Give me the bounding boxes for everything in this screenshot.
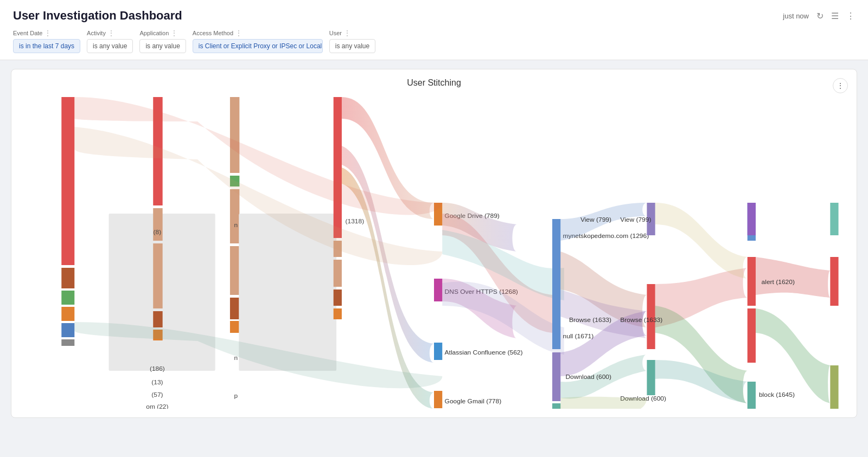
card-title-row: User Stitching ⋮ xyxy=(20,78,848,88)
node-domain-null xyxy=(552,352,560,401)
node-outcome-teal xyxy=(830,203,838,235)
header: User Investigation Dashboard Event Date … xyxy=(0,0,868,60)
col2-label3: (13) xyxy=(151,379,163,385)
label-block-outcome: block (1645) xyxy=(759,391,795,397)
filter-label-application: Application ⋮ xyxy=(139,29,186,37)
flow-download-block xyxy=(655,360,748,403)
col4-label1: (1318) xyxy=(346,218,365,224)
node-col4-orange xyxy=(334,308,342,319)
node-col2-brown xyxy=(153,311,162,327)
filter-label-access-method: Access Method ⋮ xyxy=(193,29,323,37)
card-title: User Stitching xyxy=(407,78,461,88)
filter-pill-event-date[interactable]: is in the last 7 days xyxy=(13,39,80,53)
node-col4-brown xyxy=(334,289,342,306)
filter-application: Application ⋮ is any value xyxy=(139,29,186,53)
filter-activity: Activity ⋮ is any value xyxy=(87,29,133,53)
node-domain-netskope xyxy=(552,403,560,409)
filter-pill-activity[interactable]: is any value xyxy=(87,39,133,53)
filter-access-method: Access Method ⋮ is Client or Explicit Pr… xyxy=(193,29,323,53)
label-atlassian: Atlassian Confluence (562) xyxy=(445,349,523,355)
filter-pill-application[interactable]: is any value xyxy=(139,39,186,53)
node-outcome-alert xyxy=(830,257,838,306)
node-app-gmail xyxy=(434,391,442,408)
node-col1-orange xyxy=(61,307,74,321)
filters-row: Event Date ⋮ is in the last 7 days Activ… xyxy=(13,29,855,53)
node-col2-peach xyxy=(153,208,162,241)
node-col1-brown xyxy=(61,268,74,288)
node-col3-peach3 xyxy=(230,246,239,295)
node-app-dns xyxy=(434,279,442,301)
filter-pill-user[interactable]: is any value xyxy=(329,39,375,53)
top-right-controls: just now ↻ ☰ ⋮ xyxy=(783,11,855,21)
label-null-domain: null (1671) xyxy=(563,333,594,339)
node-right-purple xyxy=(748,203,756,235)
refresh-icon[interactable]: ↻ xyxy=(816,11,824,21)
filter-label-event-date: Event Date ⋮ xyxy=(13,29,80,37)
sankey-svg: (8) (186) (13) (57) om (22) n n p xyxy=(20,94,848,409)
node-right-browse xyxy=(748,308,756,363)
node-col1-green xyxy=(61,291,74,305)
flow-to-alert xyxy=(756,257,830,298)
label-browse-act: Browse (1633) xyxy=(569,317,611,323)
node-col4-peach2 xyxy=(334,260,342,287)
node-col2-peach2 xyxy=(153,243,162,308)
more-icon[interactable]: ⋮ xyxy=(846,11,855,21)
label-gmail: Google Gmail (778) xyxy=(445,398,502,404)
node-col4-red xyxy=(334,97,342,238)
flow-to-block xyxy=(756,308,830,403)
sankey-diagram: (8) (186) (13) (57) om (22) n n p xyxy=(20,94,848,409)
node-app-atlassian xyxy=(434,343,442,360)
flow-bg-olive xyxy=(560,397,647,409)
col2-label4: (57) xyxy=(151,391,163,397)
col2-label5: om (22) xyxy=(146,403,168,409)
node-right-download xyxy=(748,382,756,409)
filter-icon[interactable]: ☰ xyxy=(831,11,839,21)
label-browse-right: Browse (1633) xyxy=(620,317,662,323)
node-outcome-block xyxy=(830,365,838,409)
filter-event-date: Event Date ⋮ is in the last 7 days xyxy=(13,29,80,53)
label-download-act: Download (600) xyxy=(565,374,611,379)
label-view-act: View (799) xyxy=(580,216,611,222)
card-menu-button[interactable]: ⋮ xyxy=(833,78,848,93)
node-col3-orange xyxy=(230,321,239,333)
node-col3-peach2 xyxy=(230,189,239,243)
col3-label3: p xyxy=(234,392,238,398)
filter-label-activity: Activity ⋮ xyxy=(87,29,133,37)
node-col1-blue xyxy=(61,323,74,337)
col2-label2: (186) xyxy=(150,365,165,371)
label-alert-outcome: alert (1620) xyxy=(762,279,795,285)
filter-label-user: User ⋮ xyxy=(329,29,375,37)
page-title: User Investigation Dashboard xyxy=(13,9,855,23)
col2-label1: (8) xyxy=(154,229,162,235)
user-stitching-card: User Stitching ⋮ xyxy=(11,69,857,418)
filter-pill-access-method[interactable]: is Client or Explicit Proxy or IPSec or … xyxy=(193,39,323,53)
node-act-download xyxy=(647,360,655,395)
timestamp: just now xyxy=(783,12,809,20)
label-view-right: View (799) xyxy=(620,216,651,222)
node-col1-gray xyxy=(61,339,74,346)
node-domain-mynetskope xyxy=(552,219,560,349)
filter-user: User ⋮ is any value xyxy=(329,29,375,53)
node-col1-red xyxy=(61,97,74,265)
node-col3-brown xyxy=(230,298,239,319)
col3-label1: n xyxy=(234,222,238,228)
main-content: User Stitching ⋮ xyxy=(0,60,868,427)
node-right-alert xyxy=(748,257,756,306)
flow-view-alert xyxy=(655,203,748,279)
node-col3-peach xyxy=(230,97,239,173)
